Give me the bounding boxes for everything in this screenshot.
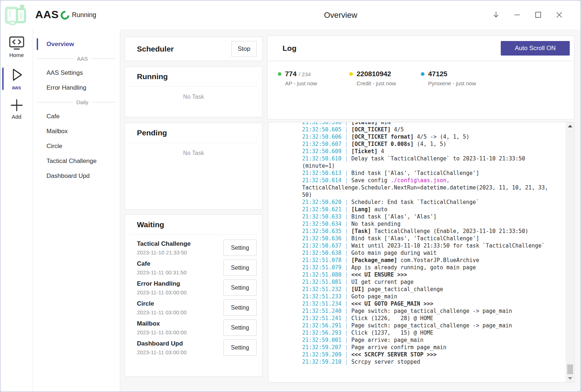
log-level: INFO xyxy=(273,220,302,228)
log-level: INFO xyxy=(273,140,302,148)
stat-total: / 234 xyxy=(299,71,311,77)
log-level: INFO xyxy=(273,293,302,300)
sidebar-item-label: AAS Settings xyxy=(46,69,83,77)
log-level: INFO xyxy=(273,133,302,140)
sidebar-item-circle[interactable]: Circle xyxy=(33,139,120,154)
task-setting-button[interactable]: Setting xyxy=(223,279,257,296)
log-level: INFO xyxy=(273,242,302,249)
log-level: INFO xyxy=(273,177,302,184)
log-entry: INFO21:32:51.081 | UI get current page xyxy=(273,278,553,286)
log-message: Page arrive: page_main xyxy=(351,337,423,343)
stat-dot-icon xyxy=(349,72,353,76)
running-spinner-icon xyxy=(59,9,71,21)
waiting-task-name: Dashboard Upd xyxy=(137,340,187,347)
minimize-button[interactable] xyxy=(513,11,521,19)
stat-value: 220810942 xyxy=(357,70,391,78)
log-card: Log Auto Scroll ON 774/ 234AP - just now… xyxy=(267,36,574,119)
log-separator: | xyxy=(341,242,351,249)
sidebar-item-aas-settings[interactable]: AAS Settings xyxy=(33,65,120,80)
log-message: Page arrive confirm page_main xyxy=(351,344,446,351)
log-level: INFO xyxy=(273,206,302,213)
sidebar-item-mailbox[interactable]: Mailbox xyxy=(33,124,120,139)
home-code-monitor-icon xyxy=(8,36,25,50)
log-timestamp: 21:32:50.635 xyxy=(302,228,341,234)
scroll-down-arrow-icon[interactable] xyxy=(568,377,572,380)
log-timestamp: 21:32:50.613 xyxy=(302,170,341,176)
scroll-up-arrow-icon[interactable] xyxy=(568,125,572,127)
log-separator: | xyxy=(341,351,351,358)
stat-label: Pyroxene - just now xyxy=(428,80,476,86)
rail-label: aas xyxy=(12,84,21,90)
log-separator: | xyxy=(341,330,351,336)
sidebar-section-label: AAS xyxy=(77,56,88,62)
sidebar-item-overview[interactable]: Overview xyxy=(33,37,120,52)
running-card: Running No Task xyxy=(125,66,263,117)
rail-item-add[interactable]: Add xyxy=(0,98,33,120)
stat-dot-icon xyxy=(421,72,424,76)
log-entry: INFO21:32:59.207 | Page arrive confirm p… xyxy=(273,344,553,351)
log-stat: 47125Pyroxene - just now xyxy=(421,70,492,86)
rail-item-aas[interactable]: aas xyxy=(0,67,33,90)
log-separator: | xyxy=(341,308,351,314)
sidebar-item-label: Error Handling xyxy=(46,84,86,91)
rail-item-home[interactable]: Home xyxy=(0,36,33,58)
log-level: INFO xyxy=(273,228,302,235)
log-separator: | xyxy=(341,250,351,256)
waiting-task-name: Circle xyxy=(137,300,187,307)
log-timestamp: 21:32:50.637 xyxy=(302,242,341,249)
task-setting-button[interactable]: Setting xyxy=(223,339,257,356)
sidebar-item-error-handling[interactable]: Error Handling xyxy=(33,80,120,95)
stop-button[interactable]: Stop xyxy=(231,41,257,57)
log-entry: INFO21:32:51.080 | <<< UI ENSURE >>> xyxy=(273,271,553,278)
log-separator: | xyxy=(341,286,351,293)
log-message: <<< UI ENSURE >>> xyxy=(351,271,407,278)
page-title: Overview xyxy=(324,11,357,20)
log-level: INFO xyxy=(273,170,302,177)
log-entry: INFO21:32:50.637 | Wait until 2023-11-10… xyxy=(273,242,553,249)
task-setting-button[interactable]: Setting xyxy=(223,299,257,316)
log-timestamp: 21:32:59.001 xyxy=(302,337,341,343)
log-message: Bind task ['Alas', 'TacticalChallenge'] xyxy=(351,235,479,242)
task-setting-button[interactable]: Setting xyxy=(223,260,257,276)
waiting-task-row: Circle2023-11-11 03:00:00Setting xyxy=(137,299,257,316)
log-message: Goto main page during wait xyxy=(351,250,436,256)
log-entry: INFO21:32:50.598 | [Status] WIN xyxy=(273,122,553,126)
log-message: Goto page_main xyxy=(351,293,397,300)
task-setting-button[interactable]: Setting xyxy=(223,240,257,256)
log-level: INFO xyxy=(273,235,302,242)
auto-scroll-toggle-button[interactable]: Auto Scroll ON xyxy=(501,41,570,56)
log-timestamp: 21:32:51.240 xyxy=(302,308,341,314)
log-entry: INFO21:32:51.233 | Goto page_main xyxy=(273,293,553,300)
plus-icon xyxy=(9,98,24,112)
log-message: [Package_name] com.YostarJP.BlueArchive xyxy=(351,257,479,264)
stat-dot-icon xyxy=(278,72,281,76)
log-separator: | xyxy=(341,257,351,264)
maximize-button[interactable] xyxy=(534,11,542,19)
close-button[interactable] xyxy=(555,11,563,19)
waiting-task-next-run: 2023-11-11 03:00:00 xyxy=(137,289,187,295)
waiting-task-next-run: 2023-11-11 03:00:00 xyxy=(137,329,187,335)
log-separator: | xyxy=(341,134,351,140)
log-timestamp: 21:32:51.079 xyxy=(302,264,341,271)
log-timestamp: 21:32:50.633 xyxy=(302,213,341,220)
log-panel[interactable]: INFO21:32:50.598 | [Status] WININFO21:32… xyxy=(268,122,574,383)
sidebar-item-dashboard-upd[interactable]: Dashboard Upd xyxy=(33,168,120,183)
task-setting-button[interactable]: Setting xyxy=(223,319,257,336)
log-scrollbar[interactable] xyxy=(566,122,574,382)
log-entry: INFO21:32:50.620 | Scheduler: End task `… xyxy=(273,199,553,206)
log-entry: INFO21:32:50.621 | [Lang] auto xyxy=(273,206,553,213)
log-separator: | xyxy=(341,126,351,133)
sidebar-item-cafe[interactable]: Cafe xyxy=(33,109,120,124)
sidebar-item-tactical-challenge[interactable]: Tactical Challenge xyxy=(33,154,120,168)
sidebar-section-label: Daily xyxy=(76,99,88,105)
arrow-down-icon[interactable] xyxy=(492,11,500,19)
log-level: INFO xyxy=(273,344,302,351)
waiting-task-list: Tactical Challenge2023-11-10 21:33:50Set… xyxy=(125,235,262,356)
log-message: <<< UI GOTO PAGE_MAIN >>> xyxy=(351,301,433,307)
log-level: INFO xyxy=(273,155,302,162)
log-timestamp: 21:32:51.232 xyxy=(302,286,341,293)
pending-card: Pending No Task xyxy=(125,123,263,210)
scrollbar-thumb[interactable] xyxy=(567,364,573,374)
sidebar-item-label: Mailbox xyxy=(46,128,68,135)
log-entry: INFO21:32:51.234 | <<< UI GOTO PAGE_MAIN… xyxy=(273,300,553,307)
